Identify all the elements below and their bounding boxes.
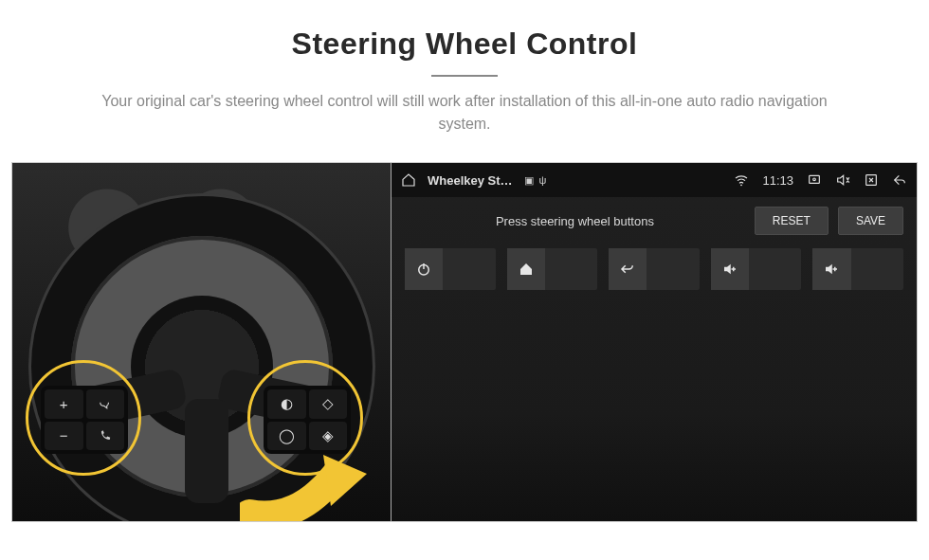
usb-indicator-icon: ψ <box>539 174 547 187</box>
status-time: 11:13 <box>762 173 793 188</box>
power-icon <box>405 248 443 290</box>
slot-volup-1-value <box>749 248 801 290</box>
reset-button[interactable]: RESET <box>755 207 829 235</box>
assignment-slots <box>392 246 917 292</box>
slot-volup-2-value <box>851 248 903 290</box>
mute-icon[interactable] <box>835 172 850 188</box>
page-title: Steering Wheel Control <box>19 27 910 62</box>
save-button[interactable]: SAVE <box>838 207 903 235</box>
device-screen: Wheelkey St… ▣ ψ 11:13 <box>392 163 917 521</box>
app-title: Wheelkey St… <box>428 173 513 188</box>
return-icon <box>609 248 647 290</box>
wifi-icon <box>734 172 749 188</box>
slot-volup-2[interactable] <box>812 248 903 290</box>
svg-rect-1 <box>810 175 820 183</box>
svg-point-2 <box>813 178 816 181</box>
page-subtitle: Your original car's steering wheel contr… <box>95 90 834 135</box>
slot-return[interactable] <box>609 248 700 290</box>
highlight-ring-left <box>26 360 141 476</box>
close-app-icon[interactable] <box>864 172 879 188</box>
slot-home-value <box>545 248 597 290</box>
back-icon[interactable] <box>892 172 907 188</box>
volume-up-icon <box>711 248 749 290</box>
home-slot-icon <box>507 248 545 290</box>
title-separator <box>431 75 498 77</box>
slot-power-value <box>443 248 495 290</box>
slot-power[interactable] <box>405 248 496 290</box>
slot-volup-1[interactable] <box>711 248 802 290</box>
arrow-icon <box>240 447 373 521</box>
home-icon[interactable] <box>401 172 416 188</box>
image-indicator-icon: ▣ <box>524 174 534 187</box>
screenshot-icon[interactable] <box>807 172 822 188</box>
svg-point-0 <box>741 184 743 186</box>
content-area: + − ◐ ◇ ◯ ◈ Whee <box>11 162 918 522</box>
steering-wheel-photo: + − ◐ ◇ ◯ ◈ <box>12 163 392 521</box>
instruction-text: Press steering wheel buttons <box>405 214 745 228</box>
status-bar: Wheelkey St… ▣ ψ 11:13 <box>392 163 917 197</box>
slot-home[interactable] <box>507 248 598 290</box>
slot-return-value <box>647 248 699 290</box>
volume-up-icon <box>812 248 850 290</box>
